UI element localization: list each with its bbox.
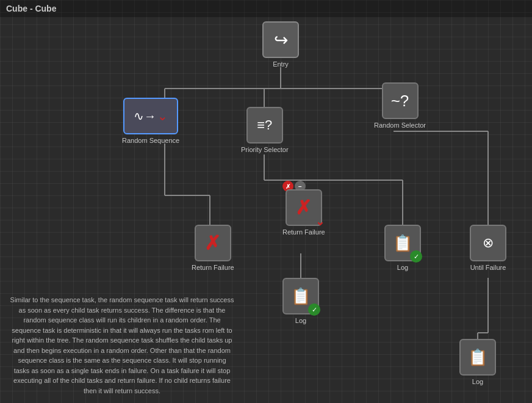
log-bottom-node[interactable]: 📋 Log xyxy=(459,339,496,385)
random-sequence-node[interactable]: ∿→ ⌄ Random Sequence xyxy=(122,98,179,144)
entry-label: Entry xyxy=(273,60,289,68)
random-selector-label: Random Selector xyxy=(374,122,426,129)
log-middle-node[interactable]: 📋 ✓ Log xyxy=(282,278,319,324)
text-panel-content: Similar to the sequence task, the random… xyxy=(10,295,234,396)
priority-selector-node[interactable]: ≡? Priority Selector xyxy=(241,107,289,153)
entry-node[interactable]: ↪ Entry xyxy=(262,21,299,68)
log-middle-label: Log xyxy=(295,317,306,324)
priority-selector-icon: ≡? xyxy=(246,107,283,143)
return-failure-left-label: Return Failure xyxy=(192,264,234,271)
random-selector-node[interactable]: ~? Random Selector xyxy=(374,82,426,129)
log-bottom-label: Log xyxy=(472,378,483,385)
page-title: Cube - Cube xyxy=(6,4,56,13)
priority-selector-label: Priority Selector xyxy=(241,146,289,153)
log-top-right-node[interactable]: 📋 ✓ Log xyxy=(384,225,421,271)
random-sequence-label: Random Sequence xyxy=(122,137,179,144)
return-failure-main-label: Return Failure xyxy=(282,228,325,236)
log-top-right-label: Log xyxy=(397,264,408,271)
return-failure-main-icon: ✗ ⌄ xyxy=(286,189,322,226)
return-failure-left-icon: ✗ xyxy=(195,225,231,261)
random-selector-icon: ~? xyxy=(382,82,419,119)
log-top-right-icon: 📋 ✓ xyxy=(384,225,421,261)
log-bottom-icon: 📋 xyxy=(459,339,496,376)
text-panel: Similar to the sequence task, the random… xyxy=(0,288,244,403)
random-sequence-icon: ∿→ ⌄ xyxy=(123,98,178,134)
entry-icon: ↪ xyxy=(262,21,299,58)
return-failure-left-node[interactable]: ✗ Return Failure xyxy=(192,225,234,271)
until-failure-icon: ⊗ xyxy=(470,225,506,261)
until-failure-label: Until Failure xyxy=(470,264,506,271)
log-middle-icon: 📋 ✓ xyxy=(282,278,319,314)
return-failure-main-node[interactable]: ✗ − ✗ ⌄ Return Failure xyxy=(282,189,325,236)
log-middle-check-badge: ✓ xyxy=(308,303,320,316)
log-top-right-check-badge: ✓ xyxy=(410,250,422,263)
title-bar: Cube - Cube xyxy=(0,0,532,17)
until-failure-node[interactable]: ⊗ Until Failure xyxy=(470,225,506,271)
